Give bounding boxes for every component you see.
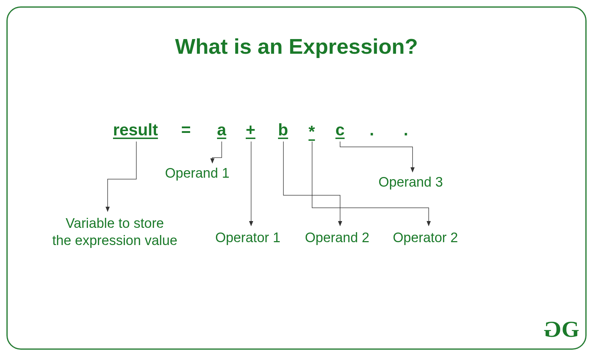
label-variable-line2: the expression value xyxy=(52,233,178,248)
logo: GG xyxy=(548,316,575,343)
token-plus: + xyxy=(246,120,255,139)
label-operand2: Operand 2 xyxy=(305,229,370,246)
token-a: a xyxy=(217,120,226,139)
token-dot2: . xyxy=(404,120,408,139)
token-c: c xyxy=(335,120,345,139)
token-result: result xyxy=(113,120,158,139)
token-b: b xyxy=(278,120,288,139)
label-variable-line1: Variable to store xyxy=(66,216,164,231)
token-equals: = xyxy=(181,120,191,139)
label-operand1: Operand 1 xyxy=(165,165,230,182)
label-operator1: Operator 1 xyxy=(215,229,281,246)
token-star: * xyxy=(309,122,315,141)
label-operand3: Operand 3 xyxy=(378,174,443,191)
token-dot1: . xyxy=(370,120,374,139)
label-variable: Variable to store the expression value xyxy=(36,215,194,249)
diagram-title: What is an Expression? xyxy=(0,34,593,59)
label-operator2: Operator 2 xyxy=(393,229,458,246)
